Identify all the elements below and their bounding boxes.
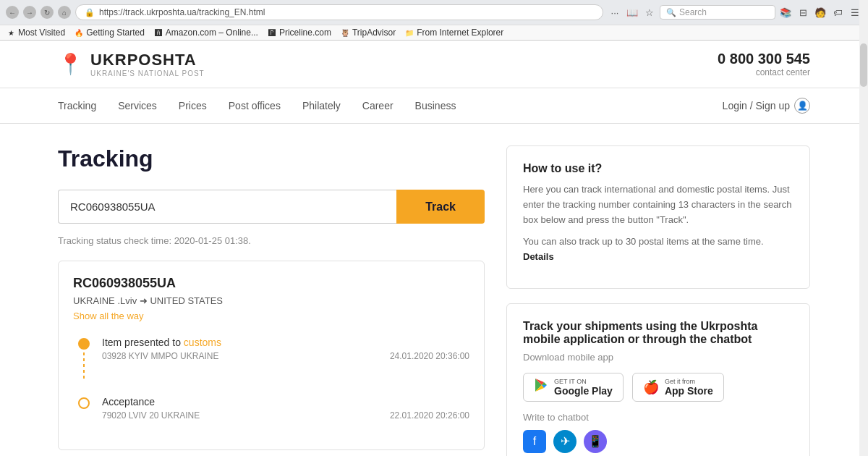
apple-icon: 🍎 [643,379,659,395]
google-play-icon [534,378,548,396]
route-info: UKRAINE .Lviv ➜ UNITED STATES [73,295,469,306]
timeline-item: Item presented to customs 03928 KYIV MMP… [73,337,469,381]
timeline: Item presented to customs 03928 KYIV MMP… [73,337,469,421]
tracking-input[interactable] [58,190,396,224]
track-button[interactable]: Track [396,190,485,224]
timeline-content: Acceptance 79020 LVIV 20 UKRAINE 22.01.2… [95,396,469,421]
reader-icon[interactable]: 📖 [625,5,639,20]
search-placeholder: Search [679,7,707,17]
event-detail: 79020 LVIV 20 UKRAINE 22.01.2020 20:26:0… [102,410,469,421]
refresh-button[interactable]: ↻ [41,6,54,19]
page: 📍 UKRPOSHTA UKRAINE'S NATIONAL POST 0 80… [0,41,868,456]
profile-icon[interactable]: 🧑 [813,5,827,20]
nav-business[interactable]: Business [415,88,456,123]
event-date: 22.01.2020 20:26:00 [390,410,469,421]
bookmark-label: TripAdvisor [352,28,396,38]
bookmark-most-visited[interactable]: ★ Most Visited [6,28,65,38]
viber-icon[interactable]: 📱 [584,430,607,453]
url-text: https://track.ukrposhta.ua/tracking_EN.h… [99,7,594,17]
bookmark-label: From Internet Explorer [417,28,503,38]
more-button[interactable]: ··· [608,5,622,20]
app-store-button[interactable]: 🍎 Get it from App Store [632,373,724,402]
event-location: 03928 KYIV MMPO UKRAINE [102,351,218,361]
google-play-label: GET IT ON [554,378,613,385]
sync-icon[interactable]: ⊟ [796,5,810,20]
bookmark-amazon[interactable]: 🅰 Amazon.com – Online... [153,28,258,38]
nav-prices[interactable]: Prices [179,88,207,123]
show-way-link[interactable]: Show all the way [73,311,144,321]
event-title: Item presented to customs [102,337,469,348]
lock-icon: 🔒 [85,8,95,17]
nav-career[interactable]: Career [362,88,393,123]
timeline-line [83,352,85,381]
timeline-item: Acceptance 79020 LVIV 20 UKRAINE 22.01.2… [73,396,469,421]
address-bar[interactable]: 🔒 https://track.ukrposhta.ua/tracking_EN… [75,4,603,20]
how-to-text1: Here you can track international and dom… [523,182,793,227]
bookmark-tripadvisor[interactable]: 🦉 TripAdvisor [340,28,396,38]
browser-search[interactable]: 🔍 Search [660,5,775,20]
timeline-left [73,396,95,421]
scrollbar[interactable] [859,0,868,456]
addon-icon[interactable]: 🏷 [830,5,845,20]
logo-tagline: UKRAINE'S NATIONAL POST [90,69,205,77]
home-button[interactable]: ⌂ [58,6,71,19]
route-arrow-icon: ➜ [140,295,150,306]
nav-tracking[interactable]: Tracking [58,88,96,123]
bookmark-label: Getting Started [86,28,145,38]
logo-area: 📍 UKRPOSHTA UKRAINE'S NATIONAL POST [58,51,205,77]
extensions-icon[interactable]: 📚 [778,5,793,20]
browser-toolbar: ← → ↻ ⌂ 🔒 https://track.ukrposhta.ua/tra… [0,0,868,25]
google-play-name: Google Play [554,385,613,397]
nav-links: Tracking Services Prices Post offices Ph… [58,88,456,123]
search-box: Track [58,190,485,224]
amazon-icon: 🅰 [153,28,163,38]
bookmark-priceline[interactable]: 🅿 Priceline.com [267,28,331,38]
how-to-text2: You can also track up to 30 postal items… [523,235,793,265]
google-play-button[interactable]: GET IT ON Google Play [523,373,624,402]
back-button[interactable]: ← [6,6,19,19]
result-number: RC060938055UA [73,276,469,291]
nav-philately[interactable]: Philately [302,88,341,123]
status-time: Tracking status check time: 2020-01-25 0… [58,235,485,246]
route-to: UNITED STATES [150,295,223,306]
how-to-title: How to use it? [523,162,793,175]
flame-icon: 🔥 [74,28,84,38]
timeline-left [73,337,95,381]
google-play-text: GET IT ON Google Play [554,378,613,397]
nav-post-offices[interactable]: Post offices [229,88,281,123]
event-location: 79020 LVIV 20 UKRAINE [102,410,200,421]
event-title: Acceptance [102,396,469,408]
facebook-icon[interactable]: f [523,430,546,453]
timeline-dot-filled [78,338,90,350]
how-to-text2-content: You can also track up to 30 postal items… [523,236,764,247]
bookmark-getting-started[interactable]: 🔥 Getting Started [74,28,145,38]
bookmark-label: Priceline.com [279,28,331,38]
app-store-text: Get it from App Store [665,378,713,397]
details-link[interactable]: Details [523,251,554,262]
event-highlight: customs [184,337,221,348]
app-promo-card: Track your shipments using the Ukrposhta… [506,303,810,456]
nav-auth[interactable]: Login / Sign up 👤 [723,98,810,114]
browser-bookmarks: ★ Most Visited 🔥 Getting Started 🅰 Amazo… [0,25,868,40]
app-card-title: Track your shipments using the Ukrposhta… [523,320,793,346]
priceline-icon: 🅿 [267,28,277,38]
how-to-card: How to use it? Here you can track intern… [506,145,810,289]
app-buttons: GET IT ON Google Play 🍎 Get it from App … [523,373,793,402]
site-header: 📍 UKRPOSHTA UKRAINE'S NATIONAL POST 0 80… [0,41,868,88]
scrollbar-thumb[interactable] [860,43,867,87]
site-nav: Tracking Services Prices Post offices Ph… [0,88,868,124]
contact-info: 0 800 300 545 contact center [718,51,810,77]
chatbot-label: Write to chatbot [523,412,793,423]
nav-services[interactable]: Services [118,88,157,123]
app-card-sub: Download mobile app [523,352,793,363]
bookmark-label: Most Visited [18,28,65,38]
logo-text: UKRPOSHTA UKRAINE'S NATIONAL POST [90,51,205,77]
forward-button[interactable]: → [23,6,36,19]
left-panel: Tracking Track Tracking status check tim… [58,145,485,456]
user-icon: 👤 [794,98,810,114]
browser-actions: ··· 📖 ☆ 🔍 Search 📚 ⊟ 🧑 🏷 ☰ [608,5,862,20]
bookmark-ie[interactable]: 📁 From Internet Explorer [404,28,503,38]
tracking-result: RC060938055UA UKRAINE .Lviv ➜ UNITED STA… [58,261,485,450]
bookmark-icon[interactable]: ☆ [642,5,657,20]
telegram-icon[interactable]: ✈ [553,430,576,453]
